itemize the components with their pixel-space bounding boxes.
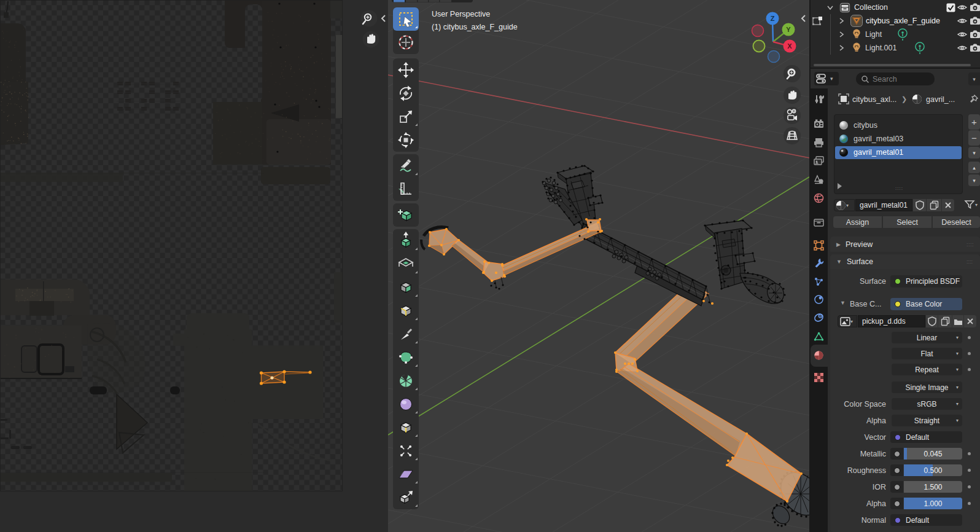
svg-text:Z: Z [771,15,775,22]
svg-text:Y: Y [786,26,791,33]
svg-text:X: X [787,42,792,50]
